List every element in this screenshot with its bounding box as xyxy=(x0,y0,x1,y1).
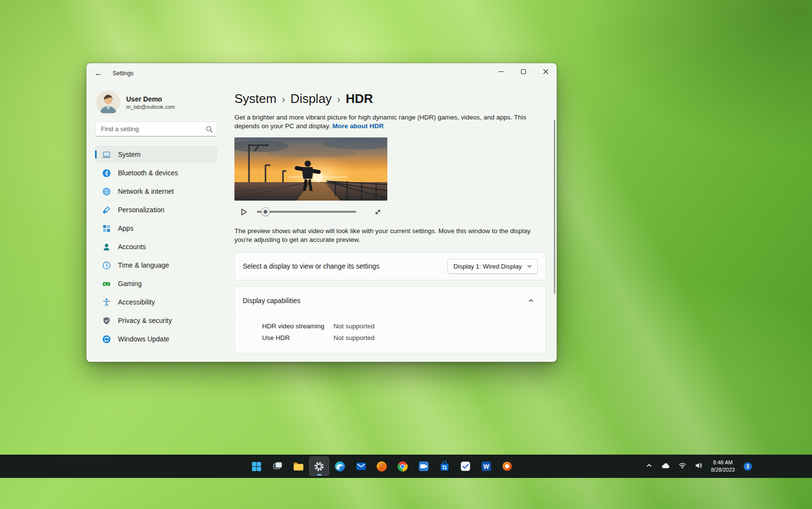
windows-update-icon xyxy=(101,334,111,344)
media-controls xyxy=(234,201,387,223)
todo-taskbar-button[interactable] xyxy=(455,457,475,476)
gaming-icon xyxy=(101,279,111,288)
window-title: Settings xyxy=(113,70,133,77)
back-button[interactable]: ← xyxy=(90,66,107,81)
word-icon: W xyxy=(481,460,492,472)
display-select-card: Select a display to view or change its s… xyxy=(234,252,546,280)
slider-thumb[interactable] xyxy=(261,207,270,216)
sidebar-item-time-language[interactable]: Time & language xyxy=(95,256,217,274)
accessibility-icon xyxy=(101,297,111,307)
breadcrumb: System › Display › HDR xyxy=(234,91,544,106)
breadcrumb-hdr: HDR xyxy=(346,91,373,106)
accounts-icon xyxy=(101,242,111,252)
apps-icon xyxy=(101,223,111,233)
volume-tray-button[interactable] xyxy=(694,461,704,472)
chevron-up-icon xyxy=(646,462,652,470)
minimize-icon xyxy=(498,69,504,74)
svg-text:W: W xyxy=(483,463,489,470)
search-box[interactable] xyxy=(95,121,217,136)
start-icon xyxy=(250,460,263,473)
file-explorer-icon xyxy=(292,460,304,473)
chrome-icon xyxy=(397,460,409,473)
camera-icon xyxy=(418,460,430,472)
office-icon xyxy=(501,460,513,472)
sidebar-item-network-internet[interactable]: Network & internet xyxy=(95,183,217,200)
preview-note: The preview shows what video will look l… xyxy=(234,227,544,244)
breadcrumb-system[interactable]: System xyxy=(234,91,277,106)
mail-icon xyxy=(355,460,367,472)
seek-slider[interactable] xyxy=(257,207,356,217)
maximize-button[interactable] xyxy=(512,63,534,80)
hdr-description: Get a brighter and more vibrant picture … xyxy=(234,113,544,130)
scrollbar[interactable] xyxy=(554,120,555,294)
display-select-dropdown[interactable]: Display 1: Wired Display xyxy=(447,259,538,274)
todo-icon xyxy=(460,460,471,472)
privacy-icon xyxy=(101,316,111,325)
fullscreen-button[interactable] xyxy=(370,204,385,219)
time-language-icon xyxy=(101,260,111,270)
network-icon xyxy=(101,187,111,196)
sidebar-item-gaming[interactable]: Gaming xyxy=(95,275,217,292)
collapse-button[interactable] xyxy=(524,294,538,307)
task-view-taskbar-button[interactable] xyxy=(267,457,287,476)
clock[interactable]: 8:48 AM 8/28/2023 xyxy=(710,458,736,475)
tray-time: 8:48 AM xyxy=(713,459,732,466)
minimize-button[interactable] xyxy=(490,63,512,80)
firefox-icon xyxy=(376,460,388,473)
slider-track[interactable] xyxy=(257,211,356,213)
display-capabilities-header[interactable]: Display capabilities xyxy=(235,287,546,314)
avatar xyxy=(96,90,120,115)
sidebar-item-windows-update[interactable]: Windows Update xyxy=(95,330,217,348)
store-taskbar-button[interactable] xyxy=(434,457,454,476)
avatar-illustration xyxy=(96,90,120,115)
file-explorer-taskbar-button[interactable] xyxy=(288,457,308,476)
start-taskbar-button[interactable] xyxy=(247,457,266,476)
onedrive-tray-button[interactable] xyxy=(660,461,671,472)
search-input[interactable] xyxy=(101,125,206,133)
system-tray: 8:48 AM 8/28/2023 3 xyxy=(645,455,753,478)
volume-icon xyxy=(695,462,702,470)
notification-badge: 3 xyxy=(744,462,752,471)
sidebar-item-privacy-security[interactable]: Privacy & security xyxy=(95,312,217,329)
wifi-icon xyxy=(679,462,686,470)
word-taskbar-button[interactable]: W xyxy=(476,457,496,476)
sidebar-nav: System Bluetooth & devices Network & int… xyxy=(95,146,217,348)
system-icon xyxy=(101,150,111,159)
camera-taskbar-button[interactable] xyxy=(414,457,433,476)
sidebar-item-apps[interactable]: Apps xyxy=(95,220,217,237)
play-button[interactable] xyxy=(236,204,251,219)
display-capabilities-card: Display capabilities HDR video streaming… xyxy=(234,286,546,354)
office-taskbar-button[interactable] xyxy=(497,457,517,476)
network-tray-button[interactable] xyxy=(677,461,688,472)
chevron-right-icon: › xyxy=(282,93,285,105)
edge-taskbar-button[interactable] xyxy=(330,457,350,476)
hdr-preview-video[interactable] xyxy=(234,137,387,201)
close-button[interactable] xyxy=(534,63,557,80)
tray-chevron-up-button[interactable] xyxy=(645,461,654,472)
notification-button[interactable]: 3 xyxy=(742,461,753,472)
capability-row: HDR video streaming Not supported xyxy=(262,321,538,332)
firefox-taskbar-button[interactable] xyxy=(372,457,392,476)
capability-row: Use HDR Not supported xyxy=(262,332,538,343)
more-about-hdr-link[interactable]: More about HDR xyxy=(332,122,384,130)
capability-rows: HDR video streaming Not supported Use HD… xyxy=(235,315,546,353)
taskbar: W 8:48 AM 8/28/2023 3 xyxy=(0,455,812,478)
sidebar-item-accessibility[interactable]: Accessibility xyxy=(95,293,217,311)
hdr-preview-art xyxy=(234,137,387,201)
chrome-taskbar-button[interactable] xyxy=(393,457,413,476)
titlebar: ← Settings xyxy=(86,63,557,84)
sidebar-item-accounts[interactable]: Accounts xyxy=(95,238,217,255)
sidebar-item-bluetooth-devices[interactable]: Bluetooth & devices xyxy=(95,164,217,182)
breadcrumb-display[interactable]: Display xyxy=(290,91,331,106)
mail-taskbar-button[interactable] xyxy=(351,457,371,476)
sidebar-item-personalization[interactable]: Personalization xyxy=(95,201,217,219)
play-icon xyxy=(240,208,248,216)
sidebar-item-system[interactable]: System xyxy=(95,146,217,163)
settings-taskbar-button[interactable] xyxy=(309,457,329,476)
chevron-down-icon xyxy=(527,263,532,269)
open-app-indicator xyxy=(317,474,321,475)
display-select-label: Select a display to view or change its s… xyxy=(243,262,447,270)
tray-date: 8/28/2023 xyxy=(711,466,735,474)
edge-icon xyxy=(334,460,346,473)
user-profile[interactable]: User Demo m_lab@outlook.com xyxy=(96,90,217,115)
